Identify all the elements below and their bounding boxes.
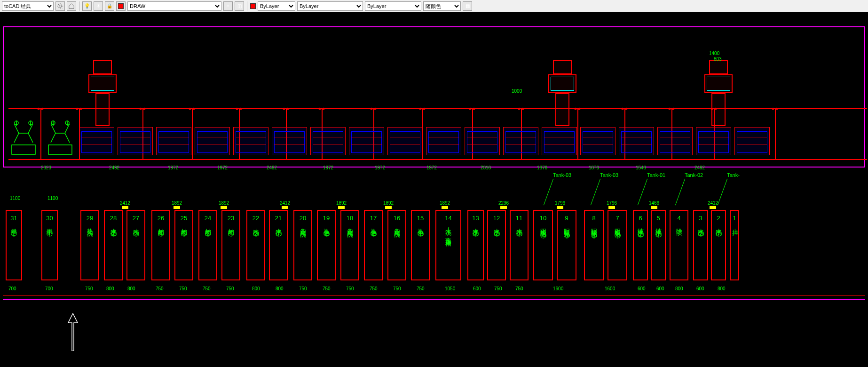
process-tank: 6纯水洗②	[633, 210, 648, 280]
dimension-value: 1892	[158, 200, 196, 206]
lineweight-select[interactable]: ByLayer	[365, 1, 421, 11]
dimension-value: 750	[370, 286, 378, 291]
process-tank: 16备用水洗	[387, 210, 406, 280]
dimension-value: 600	[696, 286, 704, 291]
process-tank: 14水洗(预备槽)	[435, 210, 461, 280]
tank-number: 16	[388, 215, 405, 222]
lock-icon[interactable]: 🔒	[105, 1, 114, 11]
tank-label: 备用水洗	[393, 223, 401, 227]
elevation-tank	[310, 127, 346, 155]
dimension-value: 803	[714, 56, 722, 62]
reference-marker	[385, 206, 392, 209]
support-post	[192, 108, 193, 159]
tank-label: 封闭③	[180, 223, 188, 232]
dimension-value: 2492	[267, 165, 277, 170]
linetype-select[interactable]: ByLayer	[297, 1, 363, 11]
lightbulb-icon[interactable]: 💡	[82, 1, 92, 11]
sun-icon[interactable]: ☀	[94, 1, 103, 11]
tank-number: 19	[318, 215, 335, 222]
tank-label: 染色②	[369, 223, 378, 232]
tank-label: 水洗(预备槽)	[444, 223, 453, 244]
tank-number: 1	[731, 215, 738, 222]
tank-number: 21	[270, 215, 287, 222]
tank-number: 30	[42, 215, 57, 222]
svg-point-0	[59, 5, 61, 7]
drawing-canvas[interactable]: ▲▲▲▲▲▲▲▲▲▲▲▲▲▲▲▲▲▲▲▲▲▲▲▲▲▲▲▲▲▲▲▲ 2823249…	[0, 12, 868, 367]
dimension-value: 800	[127, 286, 135, 291]
layer-color-icon[interactable]	[116, 1, 126, 11]
workspace-select[interactable]: toCAD 经典	[2, 1, 54, 11]
process-tank: 25封闭③	[174, 210, 193, 280]
elevation-tank	[195, 127, 230, 155]
tank-label: 纯水洗②	[636, 223, 645, 233]
tank-number: 2	[712, 215, 725, 222]
dimension-value: 600	[473, 286, 481, 291]
tank-number: 28	[105, 215, 122, 222]
tank-number: 3	[694, 215, 707, 222]
gear-icon[interactable]	[55, 1, 65, 11]
dimension-value: 800	[252, 286, 260, 291]
loading-mechanism	[46, 119, 74, 157]
post-marker: ▲▲	[232, 106, 246, 111]
tank-label: 备用水洗	[299, 223, 307, 227]
dimension-value: 2236	[478, 200, 529, 206]
dimension-value: 1000	[512, 88, 522, 94]
post-marker: ▲▲	[185, 106, 199, 111]
overhead-crane	[84, 60, 121, 126]
tank-number: 27	[127, 215, 144, 222]
dimension-value: 1972	[323, 165, 333, 170]
tank-label: 染色②	[322, 223, 331, 232]
process-tank: 2水洗①	[711, 210, 726, 280]
svg-rect-4	[48, 145, 72, 154]
props-icon[interactable]: ▦	[463, 1, 472, 11]
tank-callout: Tank-03	[600, 172, 618, 178]
tank-number: 11	[511, 215, 528, 222]
dimension-value: 800	[675, 286, 683, 291]
process-tank: 18备用水洗	[340, 210, 359, 280]
process-tank: 3水洗②	[693, 210, 708, 280]
elevation-tank	[619, 127, 654, 155]
dimension-value: 1600	[553, 286, 563, 291]
tank-label: 烘干①	[46, 223, 54, 232]
post-marker: ▲▲	[366, 106, 380, 111]
dimension-value: 1796	[591, 200, 633, 206]
process-tank: 19染色②	[317, 210, 336, 280]
tank-label: 水洗①	[515, 223, 523, 232]
tank-number: 12	[488, 215, 505, 222]
tank-number: 14	[436, 215, 460, 222]
reference-marker	[122, 206, 128, 209]
process-tank: 24封闭②	[198, 210, 217, 280]
post-marker: ▲▲	[135, 106, 150, 111]
dimension-value: 1972	[375, 165, 385, 170]
dimension-value: 1100	[10, 196, 20, 201]
tank-label: 水洗③	[472, 223, 480, 232]
elevation-tank	[156, 127, 191, 155]
tank-label: 阳极氧化④	[539, 223, 547, 234]
plan-baseline	[3, 295, 865, 296]
home-icon[interactable]	[67, 1, 76, 11]
tank-number: 4	[671, 215, 687, 222]
callout-leader	[675, 179, 685, 206]
post-marker: ▲▲	[617, 106, 631, 111]
overhead-crane	[544, 60, 581, 126]
tank-number: 7	[608, 215, 626, 222]
dimension-value: 750	[515, 286, 523, 291]
process-tank: 31烘干②	[6, 210, 22, 280]
plotcolor-select[interactable]: 随颜色	[423, 1, 461, 11]
tank-number: 13	[468, 215, 483, 222]
tank-label: 染色①	[416, 223, 425, 232]
tank-label: 除渍	[675, 223, 683, 225]
layer-select[interactable]: DRAW	[127, 1, 221, 11]
plan-view: Tank-03Tank-03Tank-01Tank-02Tank- 241218…	[3, 182, 865, 313]
tank-label: 水洗①	[132, 223, 140, 232]
bottom-rail	[8, 159, 867, 160]
layer-iso-icon[interactable]: ◫	[235, 1, 244, 11]
tank-label: 封闭②	[204, 223, 212, 232]
layer-states-icon[interactable]: ≡	[223, 1, 233, 11]
post-marker: ▲▲	[315, 106, 329, 111]
elevation-tank	[503, 127, 538, 155]
elevation-tank	[580, 127, 615, 155]
color-select[interactable]: ByLayer	[258, 1, 295, 11]
dimension-value: 2316	[481, 165, 491, 170]
overhead-crane	[700, 60, 737, 126]
